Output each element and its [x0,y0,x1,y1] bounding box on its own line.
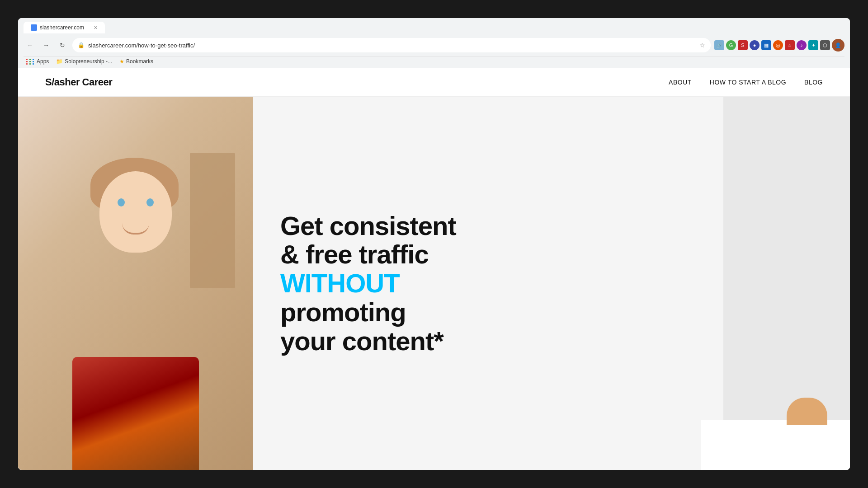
face [99,171,172,253]
lock-icon: 🔒 [78,42,85,48]
tab-close-button[interactable]: ✕ [94,25,98,31]
person-face [99,171,172,253]
hero-headline: Get consistent & free traffic WITHOUT pr… [280,211,696,356]
user-avatar[interactable]: 👤 [832,39,844,52]
tab-title: slashercareer.com [40,24,84,31]
hero-line4: promoting [280,297,406,327]
frame-decoration [190,153,235,288]
bookmarks-bar: Apps 📁 Solopreneurship -... ★ Bookmarks [24,56,844,68]
ext-icon-puzzle[interactable]: ⬡ [820,40,830,50]
tab-favicon [31,24,37,31]
back-button[interactable]: ← [24,39,36,52]
hero-line3: WITHOUT [280,269,696,298]
hero-line1: Get consistent [280,211,456,240]
apps-grid-icon [26,59,35,65]
address-bar[interactable]: 🔒 slashercareer.com/how-to-get-seo-traff… [72,38,711,52]
hero-section: Get consistent & free traffic WITHOUT pr… [18,97,850,470]
hero-line5: your content* [280,326,443,356]
solopreneurship-bookmark[interactable]: 📁 Solopreneurship -... [53,57,115,66]
apps-label: Apps [37,58,49,65]
hero-right-panel [723,97,850,470]
ext-icon-5[interactable]: ▦ [761,40,771,50]
hero-line2: & free traffic [280,239,429,269]
browser-extensions: 🔗 G S ● ▦ ◎ ⌂ ♪ ✦ ⬡ 👤 [714,39,844,52]
apps-bookmark[interactable]: Apps [24,57,52,66]
solopreneurship-label: Solopreneurship -... [65,58,112,65]
browser-chrome: slashercareer.com ✕ ← → ↻ 🔒 slashercaree… [18,18,850,68]
smile [122,223,149,235]
hero-text-area: Get consistent & free traffic WITHOUT pr… [253,97,723,470]
about-nav-link[interactable]: ABOUT [669,79,692,86]
hero-person [18,97,253,470]
right-eye [146,198,154,206]
person-body [72,357,199,470]
hand-peek [787,398,827,425]
ext-icon-2[interactable]: G [726,40,736,50]
folder-icon: 📁 [56,58,63,65]
site-logo[interactable]: S/asher Career [45,76,112,88]
forward-button[interactable]: → [40,39,52,52]
tab-bar: slashercareer.com ✕ [24,22,844,33]
blog-nav-link[interactable]: BLOG [804,79,823,86]
site-header: S/asher Career ABOUT HOW TO START A BLOG… [18,68,850,97]
eyes [118,198,154,206]
bottom-white-panel [701,420,850,470]
ext-icon-1[interactable]: 🔗 [714,40,724,50]
site-nav: ABOUT HOW TO START A BLOG BLOG [669,79,823,86]
address-bar-row: ← → ↻ 🔒 slashercareer.com/how-to-get-seo… [24,36,844,56]
left-eye [118,198,125,206]
ext-icon-9[interactable]: ✦ [808,40,818,50]
how-to-start-blog-nav-link[interactable]: HOW TO START A BLOG [710,79,786,86]
active-tab[interactable]: slashercareer.com ✕ [24,22,105,33]
ext-icon-3[interactable]: S [738,40,748,50]
browser-window: slashercareer.com ✕ ← → ↻ 🔒 slashercaree… [18,18,850,470]
bookmark-star-button[interactable]: ☆ [699,42,705,49]
reload-button[interactable]: ↻ [56,39,69,52]
bookmarks-label: Bookmarks [126,58,153,65]
url-display: slashercareer.com/how-to-get-seo-traffic… [88,42,696,49]
ext-icon-6[interactable]: ◎ [773,40,783,50]
star-icon: ★ [119,58,124,65]
webpage: S/asher Career ABOUT HOW TO START A BLOG… [18,68,850,470]
ext-icon-8[interactable]: ♪ [797,40,807,50]
ext-icon-7[interactable]: ⌂ [785,40,795,50]
hero-image [18,97,253,470]
bookmarks-bookmark[interactable]: ★ Bookmarks [117,57,156,66]
ext-icon-4[interactable]: ● [750,40,760,50]
